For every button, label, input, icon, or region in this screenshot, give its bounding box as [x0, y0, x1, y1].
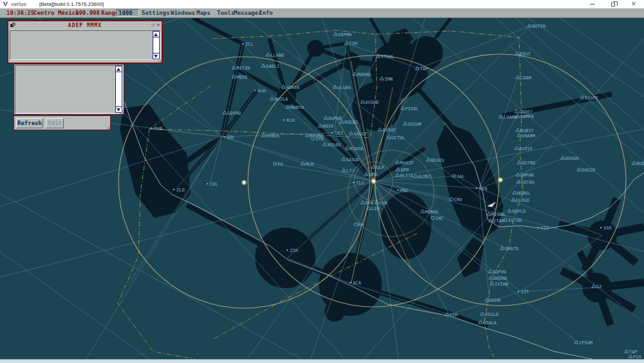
waypoint-label[interactable]: SMO: [369, 172, 377, 177]
waypoint-label[interactable]: QET: [335, 131, 343, 136]
waypoint-label[interactable]: TLC: [356, 181, 365, 186]
waypoint-label[interactable]: TAP: [629, 349, 638, 355]
adep-mmmx-window[interactable]: ADEP MMMX — ☐ ✕: [7, 20, 163, 64]
waypoint-label[interactable]: ELOGO: [516, 198, 529, 203]
position-name[interactable]: Centro México: [33, 10, 79, 16]
waypoint-label[interactable]: MQSO: [236, 75, 247, 80]
waypoint-label[interactable]: AGU: [258, 88, 266, 93]
waypoint-label[interactable]: UGUN: [489, 298, 500, 303]
scroll-up-icon[interactable]: [116, 66, 122, 72]
scroll-down-icon[interactable]: [116, 106, 122, 112]
adep-window-titlebar[interactable]: ADEP MMMX — ☐ ✕: [8, 21, 162, 29]
frequency-display[interactable]: 199.998: [75, 10, 100, 16]
menu-settings[interactable]: Settings: [142, 10, 169, 16]
window-restore-button[interactable]: [603, 0, 623, 8]
waypoint-label[interactable]: COL: [210, 182, 218, 187]
waypoint-label[interactable]: ENARM: [522, 133, 535, 139]
waypoint-label[interactable]: XOSUM: [408, 122, 421, 127]
range-input[interactable]: 1000: [116, 9, 139, 17]
waypoint-label[interactable]: KH: [358, 222, 363, 228]
waypoint-label[interactable]: ULUAS: [337, 85, 351, 90]
waypoint-label[interactable]: ALMET: [418, 174, 432, 179]
waypoint-label[interactable]: NUD: [636, 161, 644, 166]
waypoint-label[interactable]: UMPAR: [520, 173, 535, 178]
waypoint-label[interactable]: ERBOS: [266, 133, 279, 139]
waypoint-label[interactable]: CRV: [454, 197, 462, 202]
waypoint-label[interactable]: DOPLO: [512, 209, 526, 214]
waypoint-label[interactable]: XOPMA: [338, 32, 352, 37]
waypoint-label[interactable]: TAM: [420, 66, 428, 72]
waypoint-label[interactable]: DUTRO: [522, 161, 535, 166]
waypoint-label[interactable]: GOYRO: [227, 111, 241, 116]
waypoint-label[interactable]: STUAL: [381, 54, 394, 59]
waypoint-label[interactable]: ACA: [353, 280, 361, 286]
waypoint-label[interactable]: MITIN: [236, 66, 250, 71]
waypoint-label[interactable]: IMN: [384, 77, 393, 82]
waypoint-label[interactable]: GZ: [596, 284, 601, 289]
waypoint-label[interactable]: IPSUM: [579, 340, 592, 346]
menu-maps[interactable]: Maps: [196, 10, 211, 16]
waypoint-label[interactable]: APM: [401, 168, 409, 173]
waypoint-label[interactable]: MIKEB: [350, 146, 363, 152]
waypoint-label[interactable]: OLITA: [400, 173, 414, 179]
waypoint-label[interactable]: ZIH: [290, 248, 298, 253]
waypoint-label[interactable]: GADLI: [266, 64, 279, 69]
menu-messages[interactable]: Messages: [234, 10, 261, 16]
waypoint-label[interactable]: BEXES: [431, 158, 444, 163]
waypoint-label[interactable]: BUBIT: [520, 128, 535, 133]
edit-button[interactable]: Edit: [46, 118, 64, 128]
waypoint-label[interactable]: MANTA: [290, 105, 305, 110]
waypoint-label[interactable]: XASUD: [346, 157, 359, 162]
window-close-button[interactable]: ✕: [623, 0, 644, 8]
waypoint-label[interactable]: ZCL: [245, 42, 254, 47]
adep-maximize-icon[interactable]: ☐: [151, 23, 155, 28]
waypoint-label[interactable]: BOSEK: [585, 95, 599, 101]
waypoint-label[interactable]: PIVOL: [405, 106, 419, 112]
waypoint-label[interactable]: XEGLO: [485, 312, 498, 317]
waypoint-label[interactable]: DAMPA: [520, 114, 535, 119]
adep-list-top-scrollbar[interactable]: [153, 31, 160, 59]
waypoint-label[interactable]: MERAS: [425, 210, 439, 215]
waypoint-label[interactable]: VSR: [603, 226, 612, 231]
menu-windows[interactable]: Windows: [171, 10, 195, 16]
waypoint-label[interactable]: IVTOD: [508, 218, 522, 223]
waypoint-label[interactable]: AVSUD: [365, 100, 379, 105]
waypoint-label[interactable]: ETAM: [493, 219, 504, 224]
window-minimize-button[interactable]: [582, 0, 603, 8]
refresh-button[interactable]: Refresh: [16, 118, 43, 128]
waypoint-label[interactable]: NOTEN: [532, 24, 545, 29]
waypoint-label[interactable]: AVIVI: [519, 146, 533, 152]
waypoint-label[interactable]: ZLO: [176, 188, 185, 193]
waypoint-label[interactable]: LDAM: [520, 75, 531, 81]
adep-buttons-resize-grip[interactable]: [105, 124, 110, 130]
waypoint-label[interactable]: LEO: [372, 206, 380, 211]
waypoint-label[interactable]: MORRA: [357, 72, 372, 77]
waypoint-label[interactable]: OTALA: [483, 320, 497, 326]
waypoint-label[interactable]: RJX: [287, 118, 295, 123]
waypoint-label[interactable]: IVIAN: [495, 282, 508, 287]
waypoint-label[interactable]: DUPUD: [328, 116, 342, 121]
waypoint-label[interactable]: GLM: [376, 165, 384, 170]
waypoint-label[interactable]: PXM: [450, 313, 458, 318]
waypoint-label[interactable]: NOIK: [323, 124, 334, 129]
scroll-down-icon[interactable]: [153, 53, 159, 59]
adep-list-panel[interactable]: [14, 64, 124, 115]
waypoint-label[interactable]: CUA: [379, 201, 388, 206]
waypoint-label[interactable]: DUSOV: [565, 156, 580, 161]
waypoint-label[interactable]: LUAMO: [504, 115, 517, 120]
waypoint-label[interactable]: NOREL: [517, 191, 531, 196]
waypoint-label[interactable]: SASUT: [354, 132, 368, 137]
waypoint-label[interactable]: PVR: [154, 126, 162, 132]
waypoint-label[interactable]: GOTAS: [521, 180, 535, 185]
waypoint-label[interactable]: DOGRO: [493, 276, 507, 281]
waypoint-label[interactable]: UCTUL: [392, 135, 405, 141]
menu-tools[interactable]: Tools: [217, 10, 234, 16]
adep-minimize-icon[interactable]: —: [147, 23, 150, 28]
waypoint-label[interactable]: MUXIP: [400, 161, 413, 166]
waypoint-label[interactable]: PIX: [633, 355, 641, 359]
waypoint-label[interactable]: LTJ: [346, 168, 355, 173]
waypoint-label[interactable]: PBC: [401, 188, 409, 193]
waypoint-label[interactable]: LLANO: [270, 53, 284, 58]
waypoint-label[interactable]: VYR: [316, 137, 324, 142]
waypoint-label[interactable]: JAL: [457, 174, 465, 179]
